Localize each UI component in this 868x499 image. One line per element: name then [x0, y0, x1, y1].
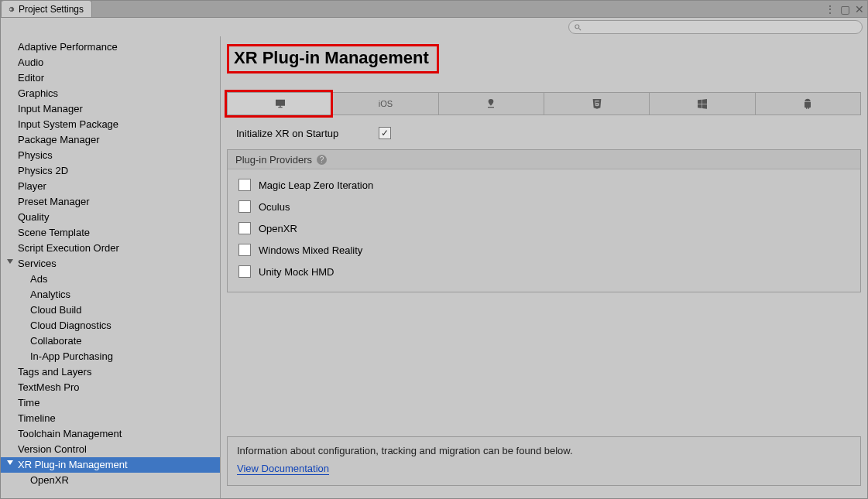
init-xr-label: Initialize XR on Startup — [236, 128, 379, 139]
provider-checkbox[interactable] — [238, 244, 251, 256]
sidebar-item[interactable]: Preset Manager — [1, 194, 220, 210]
sidebar-item-label: Preset Manager — [18, 196, 90, 207]
sidebar-item-label: Time — [18, 397, 39, 408]
plugin-providers-header: Plug-in Providers — [235, 154, 312, 166]
sidebar-item-label: Player — [18, 180, 46, 192]
sidebar-item-label: Input System Package — [18, 118, 118, 130]
platform-tab-html5[interactable] — [544, 92, 649, 115]
provider-row: OpenXR — [228, 217, 860, 239]
provider-label: Oculus — [259, 201, 290, 213]
settings-content: XR Plug-in Management iOS Initialize XR … — [221, 36, 867, 498]
sidebar-item[interactable]: Physics 2D — [1, 163, 220, 179]
provider-row: Oculus — [228, 196, 860, 217]
sidebar-item-label: Collaborate — [30, 335, 82, 347]
provider-label: Windows Mixed Reality — [259, 244, 362, 256]
sidebar-item-label: Scene Template — [18, 227, 90, 238]
html5-icon — [591, 97, 603, 110]
sidebar-item[interactable]: Time — [1, 395, 220, 411]
chevron-down-icon — [7, 460, 13, 465]
sidebar-item[interactable]: Audio — [1, 55, 220, 70]
provider-checkbox[interactable] — [238, 200, 251, 213]
sidebar-item[interactable]: Analytics — [1, 287, 220, 302]
sidebar-item[interactable]: Ads — [1, 272, 220, 287]
sidebar-item-label: Physics 2D — [18, 165, 68, 176]
sidebar-item-label: Audio — [18, 56, 43, 68]
sidebar-item-label: Editor — [18, 72, 44, 84]
page-title: XR Plug-in Management — [234, 48, 429, 68]
window-tabbar: Project Settings ⋮ ▢ ✕ — [1, 1, 867, 18]
info-box: Information about configuration, trackin… — [227, 436, 861, 486]
kebab-icon[interactable]: ⋮ — [825, 4, 835, 15]
sidebar-item-label: Input Manager — [18, 103, 83, 114]
sidebar-item-label: Graphics — [18, 87, 58, 99]
sidebar-item-label: XR Plug-in Management — [18, 459, 128, 470]
sidebar-item-label: Timeline — [18, 412, 56, 424]
sidebar-item[interactable]: Scene Template — [1, 225, 220, 241]
provider-checkbox[interactable] — [238, 265, 251, 278]
sidebar-item[interactable]: Physics — [1, 148, 220, 163]
sidebar-item[interactable]: Collaborate — [1, 333, 220, 349]
chevron-down-icon — [7, 259, 13, 264]
sidebar-item-label: Cloud Diagnostics — [30, 320, 112, 331]
platform-tab-standalone[interactable] — [227, 92, 332, 115]
sidebar-item-label: OpenXR — [30, 474, 69, 486]
window-tab-label: Project Settings — [19, 4, 84, 15]
settings-sidebar: Adaptive PerformanceAudioEditorGraphicsI… — [1, 36, 221, 498]
sidebar-item[interactable]: Timeline — [1, 411, 220, 426]
sidebar-item[interactable]: In-App Purchasing — [1, 349, 220, 364]
sidebar-item[interactable]: XR Plug-in Management — [1, 457, 220, 473]
sidebar-item[interactable]: Tags and Layers — [1, 364, 220, 380]
window-tab-project-settings[interactable]: Project Settings — [1, 0, 92, 17]
provider-row: Magic Leap Zero Iteration — [228, 174, 860, 196]
sidebar-item[interactable]: OpenXR — [1, 473, 220, 488]
sidebar-item[interactable]: Script Execution Order — [1, 241, 220, 256]
sidebar-item-label: Package Manager — [18, 134, 100, 145]
sidebar-item[interactable]: Input Manager — [1, 101, 220, 117]
windows-icon — [696, 97, 708, 110]
maximize-icon[interactable]: ▢ — [840, 4, 850, 15]
sidebar-item-label: Analytics — [30, 289, 70, 300]
sidebar-item[interactable]: Editor — [1, 70, 220, 86]
sidebar-item[interactable]: Graphics — [1, 86, 220, 101]
sidebar-item[interactable]: TextMesh Pro — [1, 380, 220, 395]
webgl-icon — [485, 97, 497, 110]
search-input[interactable] — [585, 22, 857, 32]
sidebar-item-label: Cloud Build — [30, 304, 82, 316]
platform-tab-ios[interactable]: iOS — [332, 92, 437, 115]
sidebar-item[interactable]: Player — [1, 179, 220, 194]
sidebar-item[interactable]: Toolchain Management — [1, 426, 220, 442]
sidebar-item[interactable]: Adaptive Performance — [1, 39, 220, 55]
close-icon[interactable]: ✕ — [855, 4, 864, 15]
view-documentation-link[interactable]: View Documentation — [237, 463, 329, 475]
standalone-icon — [274, 97, 286, 110]
sidebar-item-label: Adaptive Performance — [18, 41, 118, 53]
sidebar-item-label: Script Execution Order — [18, 242, 119, 254]
sidebar-item[interactable]: Cloud Build — [1, 302, 220, 318]
provider-checkbox[interactable] — [238, 179, 251, 191]
search-field[interactable] — [568, 20, 863, 34]
platform-tab-windows[interactable] — [649, 92, 754, 115]
platform-tab-label: iOS — [379, 99, 393, 108]
provider-checkbox[interactable] — [238, 222, 251, 234]
plugin-providers-panel: Plug-in Providers ? Magic Leap Zero Iter… — [227, 149, 861, 292]
sidebar-item-label: In-App Purchasing — [30, 350, 113, 362]
sidebar-item[interactable]: Version Control — [1, 442, 220, 457]
sidebar-item-label: Toolchain Management — [18, 428, 122, 439]
sidebar-item[interactable]: Quality — [1, 210, 220, 225]
platform-tab-webgl[interactable] — [438, 92, 544, 115]
sidebar-item-label: Ads — [30, 273, 47, 285]
platform-tabs: iOS — [227, 92, 861, 115]
provider-label: OpenXR — [259, 223, 297, 234]
sidebar-item[interactable]: Package Manager — [1, 132, 220, 148]
android-icon — [801, 97, 814, 110]
sidebar-item-label: TextMesh Pro — [18, 381, 79, 393]
init-xr-checkbox[interactable] — [379, 127, 391, 139]
sidebar-item[interactable]: Input System Package — [1, 117, 220, 132]
help-icon[interactable]: ? — [317, 155, 327, 165]
platform-tab-android[interactable] — [755, 92, 861, 115]
sidebar-item-label: Version Control — [18, 443, 87, 455]
sidebar-item[interactable]: Services — [1, 256, 220, 272]
sidebar-item[interactable]: Cloud Diagnostics — [1, 318, 220, 333]
provider-label: Magic Leap Zero Iteration — [259, 179, 373, 191]
sidebar-item-label: Tags and Layers — [18, 366, 91, 378]
